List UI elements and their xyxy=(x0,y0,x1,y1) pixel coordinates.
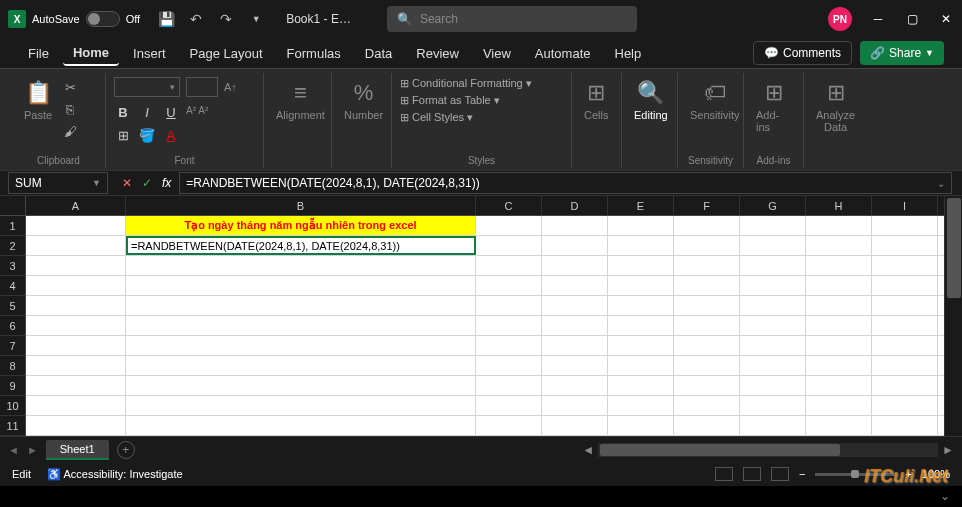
cell[interactable] xyxy=(806,416,872,435)
cell[interactable] xyxy=(740,296,806,315)
cell[interactable] xyxy=(740,336,806,355)
cell[interactable] xyxy=(608,216,674,235)
cell[interactable] xyxy=(542,296,608,315)
cell[interactable] xyxy=(872,216,938,235)
cell[interactable] xyxy=(674,236,740,255)
minimize-icon[interactable]: ─ xyxy=(870,11,886,27)
cell[interactable] xyxy=(26,376,126,395)
cell[interactable] xyxy=(674,216,740,235)
cell[interactable] xyxy=(872,256,938,275)
sheet-nav-next-icon[interactable]: ► xyxy=(27,444,38,456)
row-header[interactable]: 6 xyxy=(0,316,25,336)
cell[interactable] xyxy=(542,416,608,435)
cell[interactable] xyxy=(872,336,938,355)
cancel-formula-icon[interactable]: ✕ xyxy=(122,176,132,190)
cell[interactable] xyxy=(542,356,608,375)
tab-review[interactable]: Review xyxy=(406,42,469,65)
cell[interactable] xyxy=(26,236,126,255)
tab-home[interactable]: Home xyxy=(63,41,119,66)
cell[interactable] xyxy=(674,296,740,315)
close-icon[interactable]: ✕ xyxy=(938,11,954,27)
new-sheet-button[interactable]: + xyxy=(117,441,135,459)
cell[interactable] xyxy=(872,316,938,335)
cell-b1[interactable]: Tạo ngày tháng năm ngẫu nhiên trong exce… xyxy=(126,216,476,235)
tab-view[interactable]: View xyxy=(473,42,521,65)
row-header[interactable]: 5 xyxy=(0,296,25,316)
undo-icon[interactable]: ↶ xyxy=(188,11,204,27)
cell[interactable] xyxy=(740,276,806,295)
row-header[interactable]: 4 xyxy=(0,276,25,296)
cell[interactable] xyxy=(608,236,674,255)
cell[interactable] xyxy=(740,316,806,335)
col-header[interactable]: H xyxy=(806,196,872,215)
cell[interactable] xyxy=(126,276,476,295)
collapse-ribbon-icon[interactable]: ⌄ xyxy=(940,489,950,503)
col-header[interactable]: I xyxy=(872,196,938,215)
underline-button[interactable]: U xyxy=(162,105,180,120)
cell[interactable] xyxy=(476,276,542,295)
cell[interactable] xyxy=(542,316,608,335)
cell[interactable] xyxy=(126,256,476,275)
cell[interactable] xyxy=(542,376,608,395)
cell[interactable] xyxy=(476,316,542,335)
cell[interactable] xyxy=(740,396,806,415)
user-avatar[interactable]: PN xyxy=(828,7,852,31)
cell[interactable] xyxy=(806,396,872,415)
cell[interactable] xyxy=(740,236,806,255)
cell[interactable] xyxy=(608,276,674,295)
cell[interactable] xyxy=(476,416,542,435)
row-header[interactable]: 2 xyxy=(0,236,25,256)
bold-button[interactable]: B xyxy=(114,105,132,120)
autosave-toggle[interactable] xyxy=(86,11,120,27)
accessibility-status[interactable]: ♿ Accessibility: Investigate xyxy=(47,468,183,481)
col-header[interactable]: C xyxy=(476,196,542,215)
search-input[interactable]: 🔍 Search xyxy=(387,6,637,32)
cell[interactable] xyxy=(476,216,542,235)
cell[interactable] xyxy=(674,276,740,295)
cell[interactable] xyxy=(542,236,608,255)
cut-icon[interactable]: ✂ xyxy=(60,77,80,97)
increase-font-icon[interactable]: A↑ xyxy=(224,81,237,93)
tab-file[interactable]: File xyxy=(18,42,59,65)
page-layout-view-icon[interactable] xyxy=(743,467,761,481)
cell-styles-button[interactable]: ⊞ Cell Styles ▾ xyxy=(400,111,473,124)
cell[interactable] xyxy=(806,336,872,355)
copy-icon[interactable]: ⎘ xyxy=(60,99,80,119)
tab-insert[interactable]: Insert xyxy=(123,42,176,65)
cell[interactable] xyxy=(26,216,126,235)
col-header[interactable]: A xyxy=(26,196,126,215)
cell[interactable] xyxy=(608,336,674,355)
chevron-down-icon[interactable]: ▼ xyxy=(92,178,101,188)
cell[interactable] xyxy=(26,276,126,295)
fx-icon[interactable]: fx xyxy=(162,176,171,190)
format-as-table-button[interactable]: ⊞ Format as Table ▾ xyxy=(400,94,500,107)
cell[interactable] xyxy=(872,296,938,315)
normal-view-icon[interactable] xyxy=(715,467,733,481)
cell[interactable] xyxy=(476,256,542,275)
tab-page-layout[interactable]: Page Layout xyxy=(180,42,273,65)
cell[interactable] xyxy=(608,416,674,435)
cell[interactable] xyxy=(608,296,674,315)
cell[interactable] xyxy=(26,296,126,315)
number-button[interactable]: % Number xyxy=(340,77,387,123)
redo-icon[interactable]: ↷ xyxy=(218,11,234,27)
cell[interactable] xyxy=(806,256,872,275)
select-all-corner[interactable] xyxy=(0,196,25,216)
cell[interactable] xyxy=(542,256,608,275)
cell[interactable] xyxy=(806,276,872,295)
formula-input[interactable]: =RANDBETWEEN(DATE(2024,8,1), DATE(2024,8… xyxy=(179,172,952,194)
cell[interactable] xyxy=(476,356,542,375)
cell[interactable] xyxy=(806,316,872,335)
cell[interactable] xyxy=(542,396,608,415)
row-header[interactable]: 11 xyxy=(0,416,25,436)
cell[interactable] xyxy=(542,216,608,235)
cell[interactable] xyxy=(806,236,872,255)
qat-dropdown-icon[interactable]: ▼ xyxy=(248,11,264,27)
analyze-button[interactable]: ⊞Analyze Data xyxy=(812,77,859,135)
cells-button[interactable]: ⊞Cells xyxy=(580,77,612,123)
row-header[interactable]: 7 xyxy=(0,336,25,356)
cell[interactable] xyxy=(740,416,806,435)
cell-b2-editing[interactable]: =RANDBETWEEN(DATE(2024,8,1), DATE(2024,8… xyxy=(126,236,476,255)
cell[interactable] xyxy=(740,356,806,375)
font-color-icon[interactable]: A xyxy=(162,128,180,143)
